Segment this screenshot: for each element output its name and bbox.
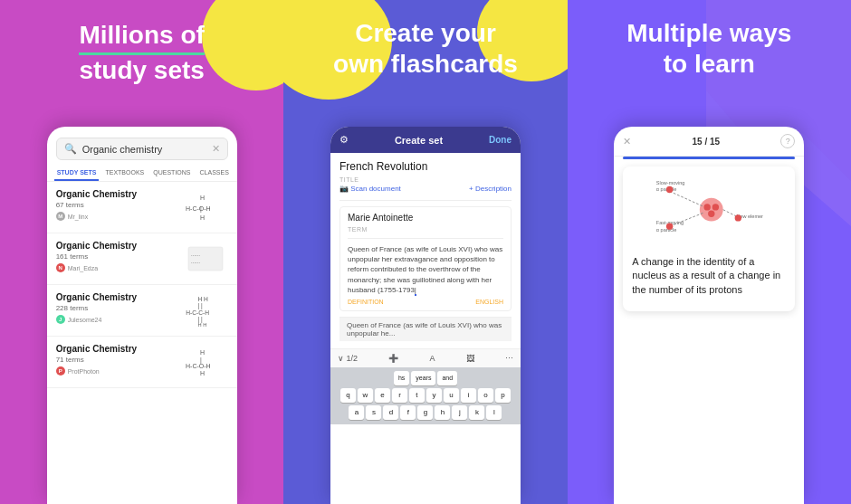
panel-right-heading: Multiple ways to learn	[608, 0, 809, 79]
study-item-4[interactable]: Organic Chemistry 71 terms P ProtPhoton …	[47, 337, 237, 388]
svg-text:α particle: α particle	[656, 227, 677, 233]
search-input-value: Organic chemistry	[82, 144, 212, 155]
key-j[interactable]: j	[452, 405, 467, 420]
key-u[interactable]: u	[444, 388, 459, 403]
tab-questions[interactable]: QUESTIONS	[150, 166, 193, 181]
create-set-content: French Revolution TITLE 📷 Scan document …	[330, 153, 521, 348]
study-item-1-title: Organic Chemistry	[56, 189, 183, 199]
svg-point-30	[735, 214, 741, 221]
heading-line2-left: study sets	[79, 56, 205, 84]
phone-middle: ⚙ Create set Done French Revolution TITL…	[330, 127, 521, 504]
study-item-2-author: N Mari_Edza	[56, 263, 183, 272]
close-icon[interactable]: ✕	[623, 136, 631, 147]
gear-icon[interactable]: ⚙	[339, 134, 349, 146]
key-f[interactable]: f	[400, 405, 416, 420]
svg-point-28	[666, 223, 673, 229]
help-icon[interactable]: ?	[780, 134, 795, 148]
panel-middle: Create your own flashcards ⚙ Create set …	[283, 0, 567, 504]
term-label: TERM	[348, 226, 503, 233]
key-h[interactable]: h	[435, 405, 450, 420]
term-value: Marie Antoinette	[348, 213, 503, 223]
author-avatar-2: N	[56, 263, 65, 272]
svg-text:H-C-C-H: H-C-C-H	[186, 309, 209, 316]
author-avatar-3: J	[56, 315, 65, 324]
definition-text: Queen of France (as wife of Louis XVI) w…	[348, 244, 503, 295]
tab-textbooks[interactable]: TEXTBOOKS	[102, 166, 147, 181]
tab-study-sets[interactable]: STUDY SETS	[54, 166, 100, 181]
key-o[interactable]: o	[478, 388, 493, 403]
font-button[interactable]: A	[429, 354, 435, 363]
panel-right: Multiple ways to learn ✕ 15 / 15 ? Slow-…	[568, 0, 851, 504]
right-phone-header: ✕ 15 / 15 ?	[614, 127, 804, 157]
key-q[interactable]: q	[340, 388, 356, 403]
key-k[interactable]: k	[469, 405, 484, 420]
flashcard[interactable]: Slow-moving α particle Fast-moving α par…	[623, 166, 795, 311]
create-set-header: ⚙ Create set Done	[330, 127, 521, 153]
image-button[interactable]: 🖼	[466, 354, 474, 363]
progress-fill	[623, 157, 795, 159]
svg-point-22	[704, 204, 711, 210]
key-y[interactable]: y	[426, 388, 442, 403]
study-item-1[interactable]: Organic Chemistry 67 terms M Mr_linx H |…	[47, 182, 237, 233]
key-t[interactable]: t	[409, 388, 425, 403]
heading-line2-middle: own flashcards	[333, 50, 518, 78]
study-item-4-title: Organic Chemistry	[56, 344, 183, 354]
panel-left-heading: Millions of study sets	[65, 0, 218, 85]
tab-classes[interactable]: CLASSES	[197, 166, 232, 181]
more-button[interactable]: ⋯	[505, 354, 513, 363]
molecule-2: ⋯⋯ ⋯⋯	[183, 241, 228, 277]
svg-text:H-C-O-H: H-C-O-H	[186, 363, 211, 369]
phone-left: 🔍 Organic chemistry ✕ STUDY SETS TEXTBOO…	[47, 127, 237, 504]
key-p[interactable]: p	[495, 388, 511, 403]
svg-point-23	[712, 204, 719, 210]
title-label: TITLE	[339, 176, 512, 183]
heading-line1-left: Millions of	[79, 20, 204, 55]
molecule-3: H H | | H-C-C-H | | H H	[183, 292, 228, 328]
svg-rect-4	[188, 247, 223, 271]
suggestion-and[interactable]: and	[437, 371, 457, 385]
page-indicator[interactable]: ∨ 1/2	[338, 354, 358, 363]
scan-document-link[interactable]: 📷 Scan document	[339, 185, 401, 193]
card-body-text: A change in the identity of a nucleus as…	[632, 255, 786, 297]
study-item-3-terms: 228 terms	[56, 304, 183, 312]
key-s[interactable]: s	[366, 405, 381, 420]
done-button[interactable]: Done	[489, 135, 512, 145]
phone-right: ✕ 15 / 15 ? Slow-moving α particle Fast-…	[614, 127, 804, 504]
svg-line-25	[670, 191, 703, 206]
keyboard-row-2: a s d f g h j k l	[332, 405, 519, 420]
study-item-2-info: Organic Chemistry 161 terms N Mari_Edza	[56, 241, 183, 272]
study-item-2-title: Organic Chemistry	[56, 241, 183, 251]
suggestion-years[interactable]: years	[411, 371, 435, 385]
progress-bar	[623, 157, 795, 159]
svg-point-26	[666, 186, 673, 193]
set-title-value[interactable]: French Revolution	[339, 160, 512, 173]
search-clear-icon[interactable]: ✕	[212, 143, 220, 155]
svg-text:H: H	[200, 214, 205, 221]
word-suggestion-row: hs years and	[332, 371, 519, 385]
study-item-2[interactable]: Organic Chemistry 161 terms N Mari_Edza …	[47, 233, 237, 285]
add-card-button[interactable]: ➕	[388, 354, 398, 363]
preview-bar: Queen of France (as wife of Louis XVI) w…	[339, 317, 512, 341]
edit-toolbar: ∨ 1/2 ➕ A 🖼 ⋯	[330, 348, 521, 367]
svg-line-29	[723, 210, 737, 216]
study-item-1-terms: 67 terms	[56, 201, 183, 209]
key-l[interactable]: l	[486, 405, 502, 420]
search-icon: 🔍	[64, 143, 77, 155]
key-i[interactable]: i	[461, 388, 476, 403]
key-w[interactable]: w	[358, 388, 373, 403]
key-e[interactable]: e	[375, 388, 390, 403]
description-link[interactable]: + Description	[469, 185, 512, 193]
key-r[interactable]: r	[392, 388, 407, 403]
heading-line1-right: Multiple ways	[626, 19, 791, 47]
key-d[interactable]: d	[383, 405, 398, 420]
search-bar[interactable]: 🔍 Organic chemistry ✕	[56, 138, 228, 160]
key-a[interactable]: a	[349, 405, 364, 420]
svg-text:Slow-moving: Slow-moving	[656, 180, 685, 185]
study-item-3[interactable]: Organic Chemistry 228 terms J Julesome24…	[47, 285, 237, 337]
suggestion-hs[interactable]: hs	[394, 371, 409, 385]
key-g[interactable]: g	[417, 405, 433, 420]
tab-user[interactable]: USER	[235, 166, 237, 181]
study-item-3-info: Organic Chemistry 228 terms J Julesome24	[56, 292, 183, 324]
lang-row: DEFINITION ENGLISH	[348, 299, 503, 305]
svg-text:⋯⋯: ⋯⋯	[191, 260, 200, 265]
